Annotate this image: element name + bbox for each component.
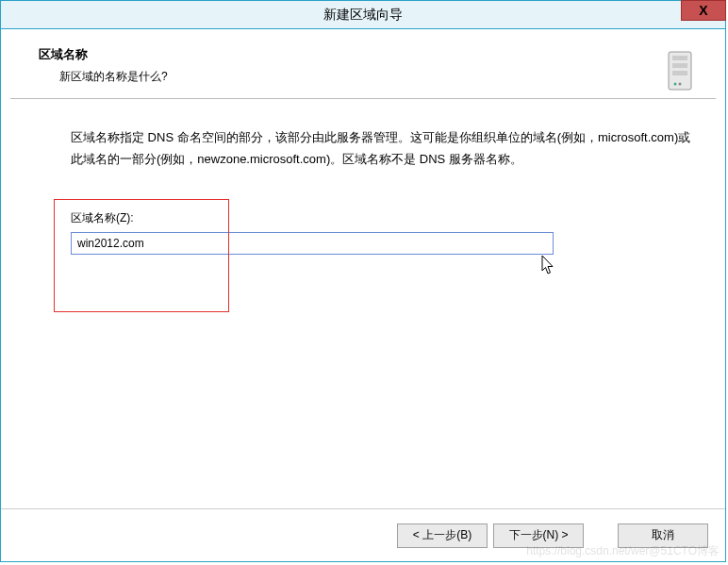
titlebar: 新建区域向导 X — [1, 1, 725, 29]
content-area: 区域名称 新区域的名称是什么? 区域名称指定 DNS 命名空间的部分，该部分由此… — [1, 29, 725, 561]
body-area: 区域名称指定 DNS 命名空间的部分，该部分由此服务器管理。这可能是你组织单位的… — [1, 99, 725, 255]
svg-point-5 — [679, 83, 682, 86]
window-title: 新建区域向导 — [323, 7, 403, 24]
zone-name-label: 区域名称(Z): — [71, 210, 693, 226]
cancel-button[interactable]: 取消 — [618, 523, 708, 548]
svg-rect-2 — [672, 63, 687, 68]
server-icon — [661, 48, 699, 98]
page-heading: 区域名称 — [39, 46, 687, 63]
svg-rect-1 — [672, 56, 687, 60]
close-button[interactable]: X — [681, 0, 726, 21]
page-subheading: 新区域的名称是什么? — [59, 69, 687, 85]
description-text: 区域名称指定 DNS 命名空间的部分，该部分由此服务器管理。这可能是你组织单位的… — [71, 127, 693, 171]
svg-point-4 — [674, 83, 677, 86]
svg-rect-3 — [672, 71, 687, 75]
cursor-icon — [537, 254, 557, 281]
next-button[interactable]: 下一步(N) > — [493, 523, 584, 548]
header-area: 区域名称 新区域的名称是什么? — [1, 29, 725, 98]
close-icon: X — [699, 3, 707, 18]
zone-name-input[interactable] — [71, 232, 554, 255]
form-area: 区域名称(Z): — [71, 210, 693, 255]
footer-buttons: < 上一步(B) 下一步(N) > 取消 — [1, 508, 725, 561]
back-button[interactable]: < 上一步(B) — [397, 523, 488, 548]
wizard-window: 新建区域向导 X 区域名称 新区域的名称是什么? 区域名称指定 DNS 命名 — [0, 0, 726, 562]
